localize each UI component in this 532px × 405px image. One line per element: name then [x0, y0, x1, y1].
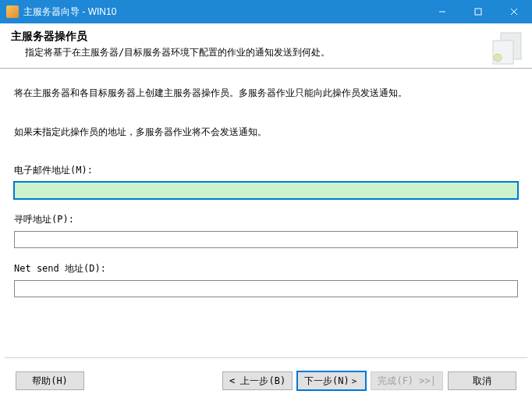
- window-title: 主服务器向导 - WIN10: [23, 5, 424, 19]
- info-text-1: 将在主服务器和各目标服务器上创建主服务器操作员。多服务器作业只能向此操作员发送通…: [14, 86, 518, 100]
- page-title: 主服务器操作员: [11, 30, 521, 44]
- pager-input[interactable]: [14, 231, 518, 248]
- info-text-2: 如果未指定此操作员的地址，多服务器作业将不会发送通知。: [14, 125, 518, 139]
- email-label: 电子邮件地址(M):: [14, 164, 518, 177]
- cancel-button[interactable]: 取消: [448, 371, 516, 390]
- maximize-button[interactable]: [460, 0, 496, 23]
- email-input[interactable]: [14, 182, 518, 199]
- minimize-button[interactable]: [424, 0, 460, 23]
- help-button[interactable]: 帮助(H): [16, 371, 84, 390]
- netsend-label: Net send 地址(D):: [14, 262, 518, 275]
- app-icon: [6, 5, 19, 18]
- svg-point-6: [494, 54, 502, 62]
- close-button[interactable]: [496, 0, 532, 23]
- wizard-header: 主服务器操作员 指定将基于在主服务器/目标服务器环境下配置的作业的通知发送到何处…: [0, 23, 532, 69]
- page-subtitle: 指定将基于在主服务器/目标服务器环境下配置的作业的通知发送到何处。: [11, 46, 521, 59]
- server-icon: [485, 27, 527, 66]
- next-button-label: 下一步(N): [304, 375, 349, 388]
- next-button[interactable]: 下一步(N) >: [297, 371, 366, 390]
- netsend-input[interactable]: [14, 280, 518, 297]
- titlebar: 主服务器向导 - WIN10: [0, 0, 532, 23]
- window-controls: [424, 0, 532, 23]
- back-button[interactable]: < 上一步(B): [222, 371, 293, 390]
- wizard-footer: 帮助(H) < 上一步(B) 下一步(N) > 完成(F) >>| 取消: [0, 358, 532, 403]
- wizard-content: 将在主服务器和各目标服务器上创建主服务器操作员。多服务器作业只能向此操作员发送通…: [0, 69, 532, 357]
- chevron-right-icon: >: [352, 376, 357, 386]
- finish-button: 完成(F) >>|: [371, 371, 443, 390]
- svg-rect-1: [475, 9, 481, 15]
- pager-label: 寻呼地址(P):: [14, 213, 518, 226]
